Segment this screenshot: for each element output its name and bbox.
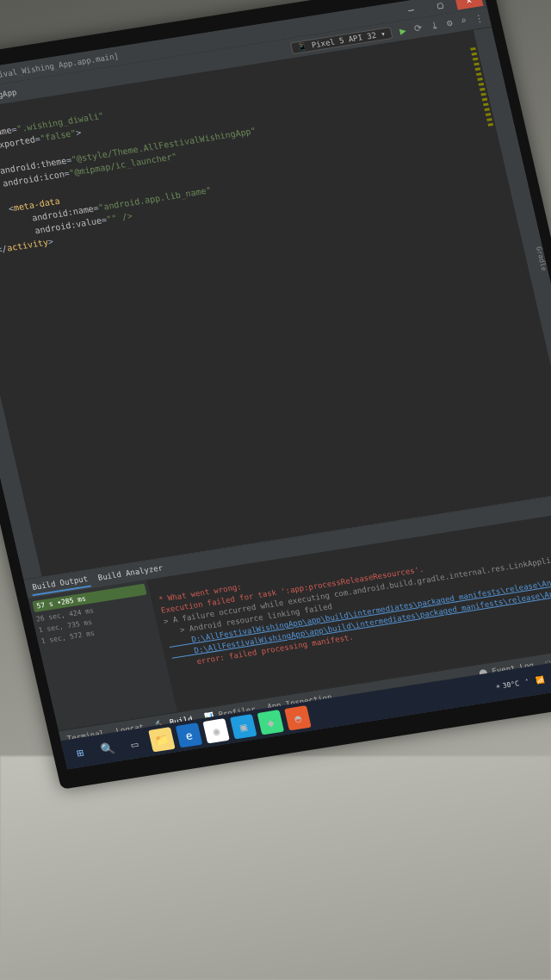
sync-icon[interactable]: ⟳ — [413, 22, 424, 34]
app-icon-1[interactable]: ▣ — [230, 714, 257, 739]
run-button[interactable]: ▶ — [399, 24, 407, 37]
tray-chevron-icon[interactable]: ˄ — [525, 678, 530, 685]
search-taskbar-icon[interactable]: 🔍 — [94, 735, 121, 760]
weather-widget[interactable]: ☀ 30°C — [495, 679, 520, 691]
stop-icon[interactable]: ⤓ — [430, 20, 440, 32]
search-icon[interactable]: ⌕ — [460, 15, 467, 27]
explorer-icon[interactable]: 📁 — [148, 727, 176, 752]
android-studio-window: ...Lxml [All_Festival_Wishing_App.app.ma… — [0, 0, 551, 769]
chrome-icon[interactable]: ◉ — [202, 718, 230, 743]
start-button[interactable]: ⊞ — [66, 740, 94, 765]
more-icon[interactable]: ⋮ — [474, 12, 486, 24]
code-editor[interactable]: android:name=".wishing_diwali" android:e… — [0, 30, 551, 576]
wifi-icon[interactable]: 📶 — [535, 675, 545, 684]
edge-icon[interactable]: e — [176, 723, 203, 747]
android-studio-icon[interactable]: ◆ — [257, 710, 285, 735]
taskview-icon[interactable]: ▭ — [121, 731, 149, 756]
gear-icon[interactable]: ⚙ — [445, 17, 453, 29]
minimize-button[interactable]: — — [397, 0, 426, 19]
app-icon-2[interactable]: ◓ — [284, 705, 312, 730]
